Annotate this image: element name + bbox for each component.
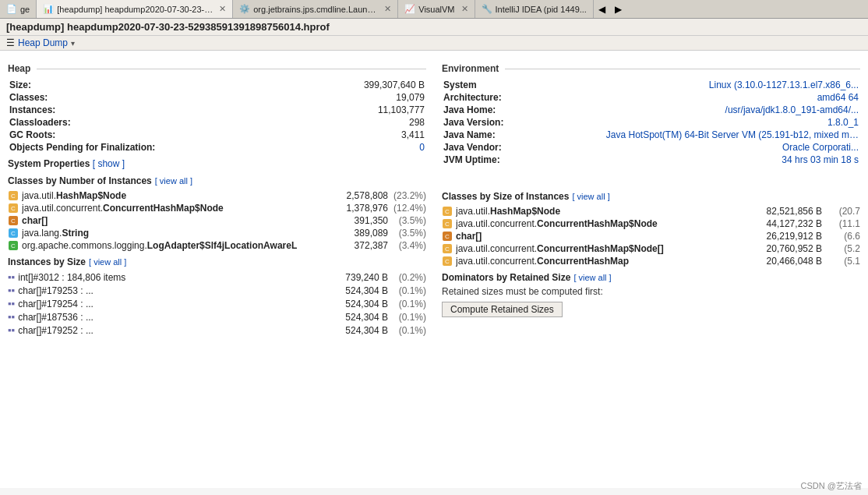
classes-by-instances-list: C java.util.HashMap$Node 2,578,808 (23.2… bbox=[8, 189, 426, 252]
class-pct: (3.4%) bbox=[391, 240, 426, 251]
retained-sizes-message: Retained sizes must be computed first: bbox=[442, 286, 860, 297]
list-item[interactable]: ▪▪ char[]#179253 : ... 524,304 B (0.1%) bbox=[8, 284, 426, 297]
dominators-view-all[interactable]: [ view all ] bbox=[573, 273, 611, 282]
tab-visualvm-icon: 📈 bbox=[404, 4, 415, 14]
tab-visualvm-close[interactable]: ✕ bbox=[461, 4, 468, 14]
env-value: /usr/java/jdk1.8.0_191-amd64/... bbox=[605, 104, 860, 116]
class-name: char[] bbox=[22, 215, 323, 226]
env-value: 34 hrs 03 min 18 s bbox=[605, 154, 860, 166]
heap-label: Objects Pending for Finalization: bbox=[8, 141, 301, 154]
class-count: 1,378,976 bbox=[326, 203, 388, 214]
env-label: Java Version: bbox=[442, 116, 605, 129]
heap-row: Instances: 11,103,777 bbox=[8, 104, 426, 116]
tab-heapdump[interactable]: 📊 [heapdump] heapdump2020-07-30-23-52938… bbox=[37, 0, 233, 19]
class-name: java.util.concurrent.ConcurrentHashMap$N… bbox=[22, 203, 323, 214]
class-icon: C bbox=[442, 256, 453, 267]
tab-launcher-close[interactable]: ✕ bbox=[384, 4, 391, 14]
classes-by-size-title: Classes by Size of Instances [ view all … bbox=[442, 191, 860, 202]
env-row: System Linux (3.10.0-1127.13.1.el7.x86_6… bbox=[442, 79, 860, 91]
breadcrumb-root[interactable]: Heap Dump bbox=[18, 37, 68, 48]
heap-row: Objects Pending for Finalization: 0 bbox=[8, 141, 426, 154]
env-label: Java Name: bbox=[442, 129, 605, 141]
array-icon: ▪▪ bbox=[8, 271, 15, 283]
array-icon: ▪▪ bbox=[8, 311, 15, 323]
svg-text:C: C bbox=[445, 208, 450, 215]
page-title: [heapdump] heapdump2020-07-30-23-5293859… bbox=[6, 21, 330, 33]
instance-label: char[]#179252 : ... bbox=[18, 325, 323, 336]
svg-text:C: C bbox=[11, 242, 16, 249]
heap-info-table: Size: 399,307,640 B Classes: 19,079 Inst… bbox=[8, 79, 426, 154]
chevron-down-icon: ▾ bbox=[71, 39, 75, 48]
list-item[interactable]: C char[] 391,350 (3.5%) bbox=[8, 214, 426, 227]
svg-text:C: C bbox=[445, 233, 450, 240]
svg-text:C: C bbox=[11, 205, 16, 212]
list-item[interactable]: C java.util.HashMap$Node 82,521,856 B (2… bbox=[442, 205, 860, 217]
class-icon: C bbox=[8, 215, 19, 226]
instance-size: 524,304 B bbox=[326, 325, 388, 336]
instance-label: char[]#179254 : ... bbox=[18, 299, 323, 309]
instance-label: char[]#187536 : ... bbox=[18, 312, 323, 323]
instances-by-size-section: Instances by Size [ view all ] ▪▪ int[]#… bbox=[8, 256, 426, 337]
class-icon: C bbox=[442, 206, 453, 217]
svg-text:C: C bbox=[11, 217, 16, 225]
list-item[interactable]: C java.util.concurrent.ConcurrentHashMap… bbox=[442, 217, 860, 230]
instances-by-size-title: Instances by Size [ view all ] bbox=[8, 256, 426, 267]
env-label: System bbox=[442, 79, 605, 91]
tab-visualvm[interactable]: 📈 VisualVM ✕ bbox=[398, 0, 475, 18]
breadcrumb: ☰ Heap Dump ▾ bbox=[0, 36, 868, 51]
tab-intellij[interactable]: 🔧 IntelliJ IDEA (pid 1449... bbox=[475, 0, 594, 18]
list-item[interactable]: C java.util.HashMap$Node 2,578,808 (23.2… bbox=[8, 189, 426, 202]
tab-nav-next[interactable]: ▶ bbox=[610, 0, 626, 18]
env-row: JVM Uptime: 34 hrs 03 min 18 s bbox=[442, 154, 860, 166]
class-icon: C bbox=[442, 243, 453, 254]
dominators-title: Dominators by Retained Size [ view all ] bbox=[442, 272, 860, 283]
class-pct: (20.7 bbox=[825, 206, 860, 217]
environment-info-table: System Linux (3.10.0-1127.13.1.el7.x86_6… bbox=[442, 79, 860, 166]
list-item[interactable]: C java.lang.String 389,089 (3.5%) bbox=[8, 227, 426, 239]
list-item[interactable]: ▪▪ char[]#179254 : ... 524,304 B (0.1%) bbox=[8, 297, 426, 310]
classes-by-size-view-all[interactable]: [ view all ] bbox=[572, 192, 609, 201]
list-item[interactable]: C java.util.concurrent.ConcurrentHashMap… bbox=[442, 255, 860, 267]
env-value: Oracle Corporati... bbox=[605, 141, 860, 154]
list-item[interactable]: C org.apache.commons.logging.LogAdapter$… bbox=[8, 239, 426, 252]
class-name: java.util.HashMap$Node bbox=[22, 190, 323, 201]
env-row: Architecture: amd64 64 bbox=[442, 91, 860, 104]
tab-intellij-icon: 🔧 bbox=[482, 4, 492, 14]
list-item[interactable]: C java.util.concurrent.ConcurrentHashMap… bbox=[8, 202, 426, 214]
compute-retained-sizes-button[interactable]: Compute Retained Sizes bbox=[442, 302, 563, 317]
system-properties-show-link[interactable]: [ show ] bbox=[93, 158, 125, 169]
svg-text:C: C bbox=[11, 230, 16, 237]
svg-text:C: C bbox=[445, 221, 450, 228]
tab-heapdump-icon: 📊 bbox=[43, 4, 54, 14]
instance-label: int[]#3012 : 184,806 items bbox=[18, 272, 323, 283]
tab-heapdump-close[interactable]: ✕ bbox=[219, 4, 226, 14]
svg-text:C: C bbox=[11, 193, 16, 200]
instance-size: 524,304 B bbox=[326, 299, 388, 309]
title-bar: [heapdump] heapdump2020-07-30-23-5293859… bbox=[0, 19, 868, 36]
class-name: java.util.concurrent.ConcurrentHashMap bbox=[456, 256, 757, 267]
left-column: Heap Size: 399,307,640 B Classes: 19,079… bbox=[8, 57, 426, 337]
tab-intellij-label: IntelliJ IDEA (pid 1449... bbox=[496, 5, 587, 14]
environment-section-header: Environment bbox=[442, 63, 860, 74]
tab-ge-icon: 📄 bbox=[6, 4, 17, 14]
instance-pct: (0.2%) bbox=[391, 272, 426, 283]
list-item[interactable]: C char[] 26,219,912 B (6.6 bbox=[442, 230, 860, 242]
class-count: 20,760,952 B bbox=[760, 243, 822, 254]
tab-launcher[interactable]: ⚙️ org.jetbrains.jps.cmdline.Launcher (p… bbox=[233, 0, 398, 18]
tab-nav-prev[interactable]: ◀ bbox=[594, 0, 610, 18]
env-label: Architecture: bbox=[442, 91, 605, 104]
list-item[interactable]: ▪▪ char[]#179252 : ... 524,304 B (0.1%) bbox=[8, 324, 426, 337]
heap-value: 19,079 bbox=[301, 91, 426, 104]
tab-ge-label: ge bbox=[20, 5, 30, 14]
list-item[interactable]: ▪▪ int[]#3012 : 184,806 items 739,240 B … bbox=[8, 270, 426, 284]
class-count: 372,387 bbox=[326, 240, 388, 251]
env-row: Java Version: 1.8.0_1 bbox=[442, 116, 860, 129]
array-icon: ▪▪ bbox=[8, 324, 15, 336]
tab-ge[interactable]: 📄 ge bbox=[0, 0, 37, 18]
list-item[interactable]: C java.util.concurrent.ConcurrentHashMap… bbox=[442, 242, 860, 255]
classes-by-instances-view-all[interactable]: [ view all ] bbox=[155, 176, 192, 186]
class-name: org.apache.commons.logging.LogAdapter$Sl… bbox=[22, 240, 323, 251]
instances-by-size-view-all[interactable]: [ view all ] bbox=[89, 257, 126, 267]
tab-visualvm-label: VisualVM bbox=[418, 5, 454, 14]
list-item[interactable]: ▪▪ char[]#187536 : ... 524,304 B (0.1%) bbox=[8, 310, 426, 324]
